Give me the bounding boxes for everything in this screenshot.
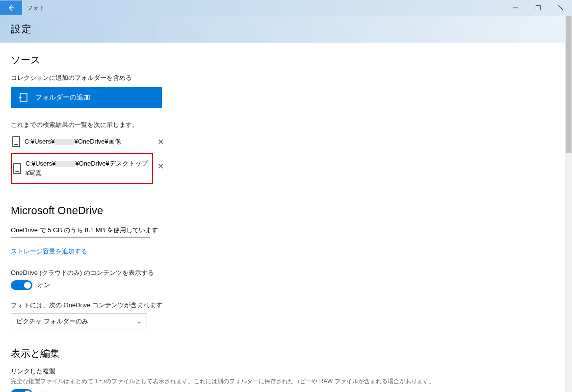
minimize-icon — [513, 5, 518, 10]
folder-path: C:¥Users¥¥OneDrive¥画像 — [25, 137, 153, 147]
folder-row-highlighted-wrap: C:¥Users¥¥OneDrive¥デスクトップ¥写真 ✕ — [11, 149, 168, 184]
path-prefix: C:¥Users¥ — [25, 138, 54, 145]
svg-rect-0 — [536, 6, 541, 10]
arrow-left-icon — [7, 4, 15, 12]
app-title: フォト — [27, 4, 45, 12]
folder-row: C:¥Users¥¥OneDrive¥画像 ✕ — [11, 134, 168, 149]
dropdown-value: ピクチャ フォルダーのみ — [16, 317, 88, 326]
toggle-knob — [24, 282, 31, 289]
usage-bar-fill — [11, 237, 11, 238]
add-folder-label: フォルダーの追加 — [35, 93, 90, 102]
scrollbar-thumb[interactable] — [566, 16, 572, 153]
display-edit-heading: 表示と編集 — [11, 347, 561, 360]
close-icon — [558, 5, 563, 10]
chevron-down-icon: ⌄ — [137, 318, 142, 325]
sources-heading: ソース — [11, 53, 561, 67]
minimize-button[interactable] — [504, 0, 527, 15]
folder-row-highlighted: C:¥Users¥¥OneDrive¥デスクトップ¥写真 — [11, 153, 153, 184]
page-title: 設定 — [11, 23, 32, 36]
cloud-only-toggle[interactable] — [11, 280, 32, 290]
linked-duplicates-desc: 完全な複製ファイルはまとめて 1 つのファイルとして表示されます。これには別のフ… — [11, 377, 561, 386]
close-button[interactable] — [549, 0, 572, 15]
content-area: ソース コレクションに追加のフォルダーを含める フォルダーの追加 これまでの検索… — [0, 43, 572, 392]
vertical-scrollbar[interactable] — [565, 16, 572, 392]
device-icon — [11, 136, 25, 147]
svg-rect-2 — [13, 137, 20, 147]
cloud-only-toggle-row: オン — [11, 280, 561, 290]
back-button[interactable] — [0, 0, 22, 15]
remove-folder-button[interactable]: ✕ — [153, 162, 168, 171]
header-band: 設定 — [0, 16, 572, 43]
add-storage-link[interactable]: ストレージ容量を追加する — [11, 247, 87, 256]
onedrive-contents-dropdown[interactable]: ピクチャ フォルダーのみ ⌄ — [11, 314, 147, 329]
toggle-state-label: オン — [37, 390, 50, 392]
add-folder-icon — [18, 92, 28, 103]
onedrive-usage-bar — [11, 237, 150, 238]
add-folder-button[interactable]: フォルダーの追加 — [11, 87, 162, 108]
maximize-button[interactable] — [527, 0, 549, 15]
redacted-user — [54, 139, 74, 145]
redacted-user — [55, 161, 75, 167]
cloud-only-label: OneDrive (クラウドのみ) のコンテンツを表示する — [11, 269, 561, 277]
linked-dup-toggle-row: オン — [11, 389, 561, 392]
include-folders-label: コレクションに追加のフォルダーを含める — [11, 74, 561, 82]
search-results-label: これまでの検索結果の一覧を次に示します。 — [11, 121, 561, 129]
linked-duplicates-heading: リンクした複製 — [11, 367, 561, 376]
onedrive-heading: Microsoft OneDrive — [11, 204, 561, 217]
path-suffix: ¥OneDrive¥画像 — [74, 138, 121, 145]
folder-path: C:¥Users¥¥OneDrive¥デスクトップ¥写真 — [26, 159, 152, 178]
window-controls — [504, 0, 572, 15]
remove-folder-button[interactable]: ✕ — [153, 137, 168, 147]
linked-dup-toggle[interactable] — [11, 389, 32, 392]
onedrive-usage-text: OneDrive で 5 GB のうち 8.1 MB を使用しています — [11, 226, 561, 235]
onedrive-contents-label: フォトには、次の OneDrive コンテンツが含まれます — [11, 301, 561, 310]
device-icon — [12, 163, 26, 174]
svg-rect-4 — [14, 164, 21, 173]
title-bar: フォト — [0, 0, 572, 16]
maximize-icon — [536, 5, 541, 10]
toggle-state-label: オン — [37, 281, 50, 290]
path-prefix: C:¥Users¥ — [26, 160, 55, 167]
